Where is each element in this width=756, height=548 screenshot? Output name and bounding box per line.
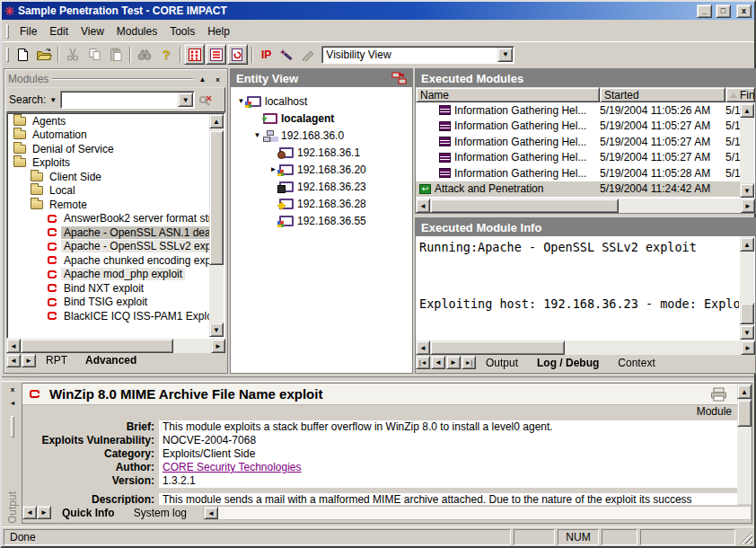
tab-next-icon[interactable]: ►	[37, 506, 51, 519]
tab-quick-info[interactable]: Quick Info	[53, 506, 124, 522]
executed-module-row[interactable]: Information Gathering Hel...5/19/2004 11…	[416, 165, 741, 181]
collapse-panel-icon[interactable]: ▲	[197, 74, 208, 85]
tree-folder-item[interactable]: Denial of Service	[8, 142, 209, 156]
scroll-left-icon[interactable]: ◄	[416, 199, 430, 213]
scroll-thumb[interactable]	[430, 340, 565, 355]
executed-module-row[interactable]: Information Gathering Hel...5/19/2004 11…	[416, 102, 741, 119]
module-output-toggle[interactable]	[227, 44, 248, 65]
new-workspace-button[interactable]	[12, 44, 33, 66]
executed-module-row[interactable]: Information Gathering Hel...5/19/2004 11…	[416, 150, 741, 166]
tab-scroll-left-icon[interactable]: ◄	[6, 354, 21, 367]
tree-folder-item[interactable]: Agents	[8, 114, 209, 128]
tree-module-item[interactable]: Apache - OpenSSL SSLv2 exploit	[8, 240, 209, 254]
tab-next-icon[interactable]: ►	[446, 356, 461, 369]
tab-log-debug[interactable]: Log / Debug	[528, 356, 608, 372]
scroll-up-icon[interactable]: ▲	[209, 114, 224, 128]
tree-folder-item[interactable]: Local	[8, 184, 209, 199]
tab-output[interactable]: Output	[477, 356, 527, 371]
column-started[interactable]: Started	[600, 87, 725, 102]
tab-prev-icon[interactable]: ◄	[22, 506, 37, 519]
entity-node[interactable]: ▼localhost	[233, 93, 410, 110]
tree-folder-item[interactable]: Remote	[8, 198, 209, 212]
scroll-thumb[interactable]	[21, 339, 173, 353]
clear-search-icon[interactable]	[198, 93, 213, 106]
close-button[interactable]: x	[736, 4, 752, 18]
search-options-icon[interactable]: ▼	[49, 96, 57, 104]
menu-item-file[interactable]: File	[13, 23, 43, 40]
scroll-left-icon[interactable]: ◄	[204, 507, 218, 519]
executed-modules-toggle[interactable]	[206, 44, 226, 65]
executed-module-row[interactable]: Information Gathering Hel...5/19/2004 11…	[416, 134, 741, 150]
tree-module-item[interactable]: Apache mod_php exploit	[8, 268, 209, 282]
tree-folder-item[interactable]: Client Side	[8, 170, 209, 184]
executed-modules-hscrollbar[interactable]: ◄ ►	[416, 199, 755, 213]
menu-item-view[interactable]: View	[75, 23, 110, 40]
tree-module-item[interactable]: Apache - OpenSSL ASN.1 dealloca	[8, 225, 209, 240]
print-button[interactable]	[710, 387, 728, 402]
tree-folder-item[interactable]: Automation	[8, 128, 209, 143]
drag-handle[interactable]	[11, 416, 14, 438]
entity-node[interactable]: 192.168.36.23	[233, 178, 410, 195]
column-finished[interactable]: Fin	[725, 87, 755, 102]
tab-context[interactable]: Context	[609, 356, 664, 371]
tree-module-item[interactable]: AnswerBook2 server format string	[8, 212, 209, 226]
close-panel-icon[interactable]: x	[212, 74, 224, 85]
output-vscrollbar[interactable]: ▲ ▼	[737, 384, 752, 504]
module-info-vscrollbar[interactable]: ▲ ▼	[740, 237, 754, 340]
menu-item-help[interactable]: Help	[201, 23, 236, 40]
tab-advanced[interactable]: Advanced	[76, 353, 145, 368]
chevron-down-icon[interactable]: ▼	[178, 93, 193, 107]
executed-module-row[interactable]: ↩Attack and Penetration5/19/2004 11:24:4…	[416, 181, 741, 198]
entity-node[interactable]: ►192.168.36.20	[233, 161, 410, 178]
scroll-down-icon[interactable]: ▼	[740, 183, 754, 198]
minimize-button[interactable]: _	[697, 4, 712, 18]
close-output-icon[interactable]: x	[7, 384, 19, 395]
menu-item-tools[interactable]: Tools	[163, 23, 201, 40]
tree-module-item[interactable]: Bind NXT exploit	[8, 281, 209, 296]
tab-system-log[interactable]: System log	[125, 506, 196, 521]
column-name[interactable]: Name	[416, 87, 600, 102]
tab-scroll-right-icon[interactable]: ►	[22, 354, 36, 367]
scroll-right-icon[interactable]: ►	[211, 339, 225, 353]
visibility-view-select[interactable]: Visibility View ▼	[321, 46, 514, 64]
scroll-left-icon[interactable]: ◄	[416, 340, 430, 355]
entity-node[interactable]: 192.168.36.1	[233, 144, 410, 161]
expanded-icon[interactable]: ▼	[252, 131, 262, 139]
collapse-output-icon[interactable]: ◄	[7, 397, 19, 409]
entity-node[interactable]: ▼192.168.36.0	[233, 127, 410, 144]
scroll-down-icon[interactable]: ▼	[740, 325, 754, 340]
tab-first-icon[interactable]: |◄	[416, 356, 430, 369]
new-module-wizard-button[interactable]	[277, 44, 298, 66]
entity-node[interactable]: 192.168.36.55	[233, 212, 410, 229]
maximize-button[interactable]: □	[716, 4, 731, 18]
search-input[interactable]: ▼	[60, 91, 195, 109]
scroll-left-icon[interactable]: ◄	[6, 339, 21, 353]
tree-module-item[interactable]: Apache chunked encoding exploit	[8, 253, 209, 268]
tree-folder-item[interactable]: Exploits	[8, 156, 209, 171]
scroll-down-icon[interactable]: ▼	[209, 323, 224, 337]
horizontal-splitter[interactable]	[2, 376, 754, 382]
help-button[interactable]: ?	[155, 44, 177, 66]
tab-last-icon[interactable]: ►|	[462, 356, 476, 369]
scroll-up-icon[interactable]: ▲	[740, 103, 754, 118]
tab-rpt[interactable]: RPT	[37, 353, 76, 368]
modules-tree-vscrollbar[interactable]: ▲ ▼	[209, 114, 224, 337]
menu-item-edit[interactable]: Edit	[43, 23, 75, 40]
executed-modules-vscrollbar[interactable]: ▲ ▼	[740, 103, 754, 198]
scroll-up-icon[interactable]: ▲	[740, 237, 754, 252]
ip-button[interactable]: IP	[256, 49, 277, 61]
tree-module-item[interactable]: BlackICE ICQ ISS-PAM1 Exploit	[8, 309, 209, 323]
entity-node[interactable]: localagent	[233, 110, 410, 127]
toolbar-grip[interactable]	[6, 48, 9, 62]
chevron-down-icon[interactable]: ▼	[497, 48, 513, 62]
executed-module-row[interactable]: Information Gathering Hel...5/19/2004 11…	[416, 119, 741, 135]
open-workspace-button[interactable]	[33, 44, 55, 66]
menubar-grip[interactable]	[6, 24, 9, 39]
tab-prev-icon[interactable]: ◄	[431, 356, 445, 369]
entity-node[interactable]: 192.168.36.28	[233, 195, 410, 212]
resize-grip[interactable]	[740, 531, 752, 544]
scroll-thumb[interactable]	[737, 400, 752, 427]
menu-item-modules[interactable]: Modules	[110, 23, 163, 40]
scroll-up-icon[interactable]: ▲	[737, 384, 752, 399]
module-info-hscrollbar[interactable]: ◄ ►	[416, 340, 755, 355]
